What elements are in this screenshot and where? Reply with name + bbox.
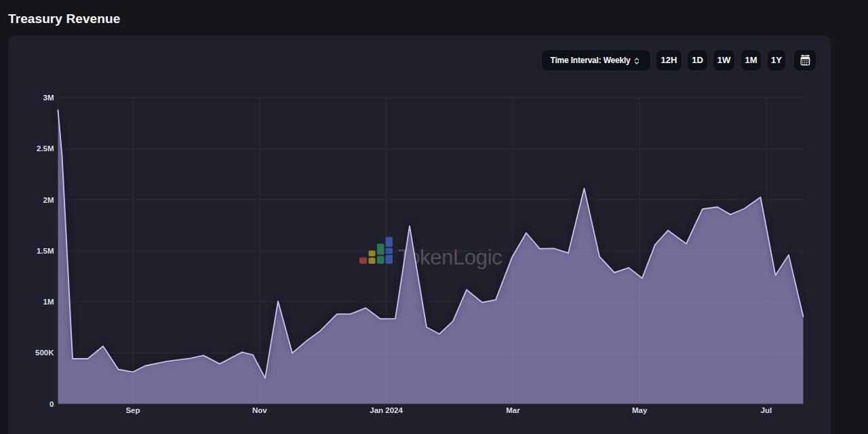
svg-text:Nov: Nov — [252, 406, 267, 414]
svg-text:0: 0 — [50, 400, 54, 408]
svg-text:1M: 1M — [43, 298, 54, 306]
svg-text:500K: 500K — [35, 349, 54, 357]
svg-text:May: May — [632, 406, 648, 414]
svg-text:2.5M: 2.5M — [37, 144, 54, 153]
svg-text:Sep: Sep — [125, 406, 140, 414]
svg-text:1.5M: 1.5M — [37, 247, 54, 255]
svg-text:Jul: Jul — [761, 406, 772, 414]
svg-text:Mar: Mar — [506, 406, 520, 414]
svg-text:Jan 2024: Jan 2024 — [370, 406, 403, 414]
svg-text:2M: 2M — [43, 196, 54, 204]
svg-text:3M: 3M — [43, 94, 54, 102]
